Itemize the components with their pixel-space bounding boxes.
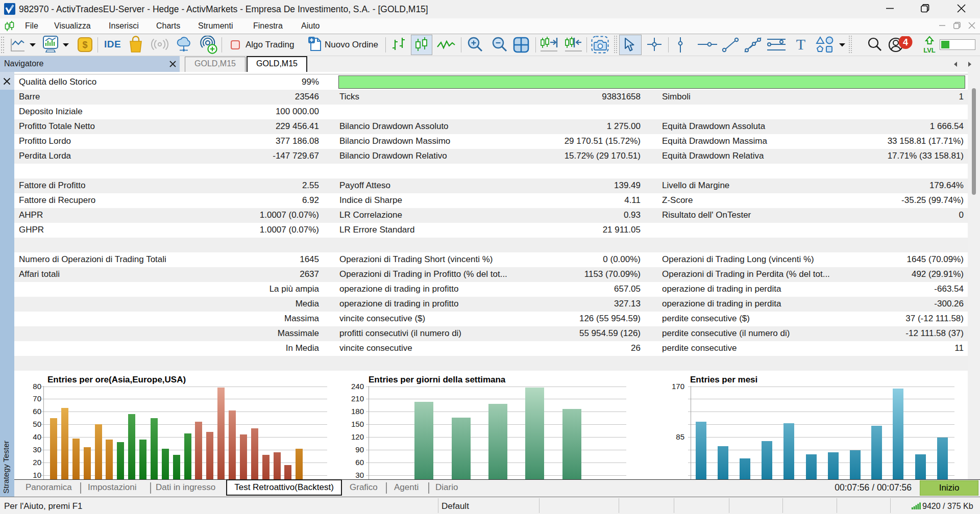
svg-text:LVL: LVL [923,46,936,54]
svg-text:$: $ [82,40,87,50]
svg-text:4: 4 [903,37,908,47]
